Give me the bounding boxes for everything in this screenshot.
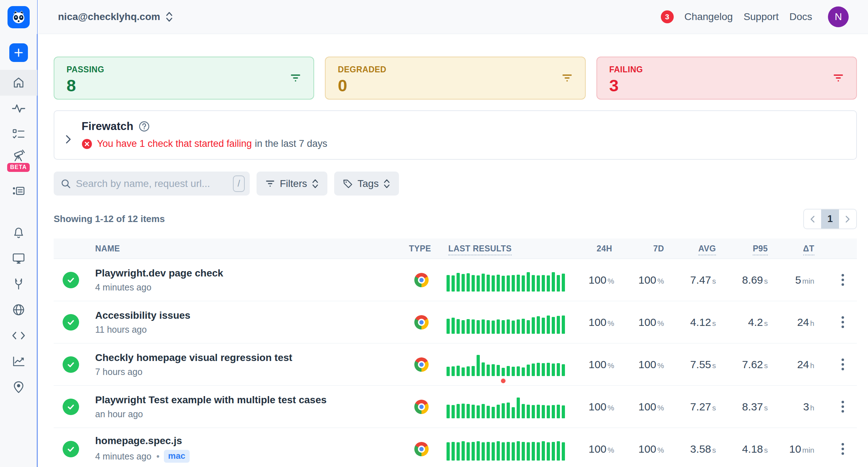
sidebar-item-status-pages[interactable]: [0, 245, 37, 271]
last-results-chart[interactable]: [447, 269, 572, 292]
sidebar: BETA: [0, 0, 38, 467]
failing-card[interactable]: FAILING 3: [596, 57, 857, 100]
filter-icon[interactable]: [561, 73, 573, 83]
sidebar-item-test-sessions[interactable]: [0, 121, 37, 147]
firewatch-alert-text[interactable]: You have 1 check that started failing: [97, 138, 252, 149]
sidebar-item-checks[interactable]: [0, 96, 37, 121]
search-input[interactable]: [76, 178, 228, 189]
sidebar-item-alerts[interactable]: [0, 220, 37, 245]
user-avatar[interactable]: N: [828, 6, 849, 27]
last-results-chart[interactable]: [447, 438, 572, 461]
column-delta-t[interactable]: ΔT: [769, 244, 816, 254]
sidebar-item-dashboards[interactable]: [0, 348, 37, 374]
sidebar-item-maintenance[interactable]: [0, 271, 37, 297]
check-interval: 10min: [769, 443, 816, 455]
sidebar-item-home[interactable]: [0, 70, 37, 96]
row-actions-menu[interactable]: [839, 313, 847, 331]
column-24h[interactable]: 24H: [589, 244, 614, 254]
changelog-count-badge[interactable]: 3: [661, 10, 674, 23]
p95-response: 8.69s: [717, 274, 769, 286]
check-name[interactable]: Accessibility issues: [95, 310, 397, 321]
check-last-run: 4 minutes ago: [95, 282, 151, 293]
column-name[interactable]: NAME: [92, 244, 397, 254]
last-results-chart[interactable]: [447, 311, 572, 334]
firewatch-alert-suffix: in the last 7 days: [255, 138, 327, 149]
p95-response: 4.18s: [717, 443, 769, 455]
error-circle-icon: [82, 139, 92, 149]
check-tag-badge[interactable]: mac: [164, 450, 190, 463]
check-name[interactable]: Playwright Test example with multiple te…: [95, 394, 397, 406]
passing-card[interactable]: PASSING 8: [54, 57, 314, 100]
sidebar-item-locations[interactable]: [0, 374, 37, 400]
help-icon[interactable]: [138, 121, 150, 132]
success-24h: 100%: [589, 443, 614, 455]
telescope-icon: [12, 149, 25, 162]
column-7d[interactable]: 7D: [614, 244, 665, 254]
topbar: nica@checklyhq.com 3 Changelog Support D…: [38, 0, 868, 34]
last-results-chart[interactable]: [447, 353, 572, 376]
checks-table: NAME TYPE LAST RESULTS 24H 7D AVG P95 ΔT…: [54, 239, 857, 467]
firewatch-expand-button[interactable]: [65, 129, 72, 149]
next-page-button[interactable]: [839, 210, 856, 228]
bell-icon: [13, 226, 25, 239]
row-actions-menu[interactable]: [839, 356, 847, 373]
check-interval: 24h: [769, 316, 816, 328]
results-count-text: Showing 1-12 of 12 items: [54, 213, 165, 225]
filter-icon[interactable]: [290, 73, 301, 83]
success-7d: 100%: [614, 401, 665, 413]
account-switcher[interactable]: nica@checklyhq.com: [58, 11, 173, 23]
sidebar-item-explore-beta[interactable]: BETA: [0, 147, 37, 178]
globe-icon: [12, 303, 25, 316]
create-new-button[interactable]: [9, 43, 28, 62]
changelog-link[interactable]: Changelog: [684, 11, 733, 23]
current-page[interactable]: 1: [821, 210, 839, 228]
column-type[interactable]: TYPE: [397, 244, 445, 254]
table-row[interactable]: Playwright Test example with multiple te…: [54, 386, 857, 428]
checklist-icon: [12, 128, 25, 140]
degraded-card[interactable]: DEGRADED 0: [325, 57, 585, 100]
check-name[interactable]: Checkly homepage visual regression test: [95, 352, 397, 364]
check-interval: 5min: [769, 274, 816, 286]
docs-link[interactable]: Docs: [789, 11, 812, 23]
column-avg[interactable]: AVG: [665, 244, 717, 254]
filter-icon[interactable]: [833, 73, 844, 83]
row-actions-menu[interactable]: [839, 271, 847, 289]
search-icon: [61, 179, 71, 189]
sidebar-item-runs[interactable]: [0, 178, 37, 204]
chrome-browser-icon: [414, 357, 429, 372]
tags-dropdown[interactable]: Tags: [334, 172, 399, 196]
column-last-results[interactable]: LAST RESULTS: [445, 244, 589, 254]
filters-dropdown[interactable]: Filters: [257, 172, 327, 196]
table-row[interactable]: Playwright.dev page check 4 minutes ago …: [54, 259, 857, 301]
last-results-chart[interactable]: [447, 395, 572, 418]
p95-response: 8.37s: [717, 401, 769, 413]
row-actions-menu[interactable]: [839, 398, 847, 415]
table-row[interactable]: Checkly homepage visual regression test …: [54, 343, 857, 386]
p95-response: 7.62s: [717, 358, 769, 371]
column-p95[interactable]: P95: [717, 244, 769, 254]
account-email: nica@checklyhq.com: [58, 11, 160, 23]
support-link[interactable]: Support: [743, 11, 779, 23]
success-24h: 100%: [589, 274, 614, 286]
tag-icon: [343, 179, 353, 189]
table-row[interactable]: homepage.spec.js 4 minutes ago mac 100% …: [54, 428, 857, 467]
success-7d: 100%: [614, 274, 665, 286]
table-row[interactable]: Accessibility issues 11 hours ago 100% 1…: [54, 301, 857, 343]
firewatch-title: Firewatch: [82, 120, 133, 133]
check-interval: 24h: [769, 358, 816, 371]
chevron-updown-icon: [383, 179, 390, 189]
passing-status-icon: [63, 356, 79, 373]
sidebar-item-private-locations[interactable]: [0, 297, 37, 323]
row-actions-menu[interactable]: [839, 440, 847, 458]
check-name[interactable]: homepage.spec.js: [95, 435, 397, 447]
passing-count: 8: [67, 76, 301, 95]
sidebar-item-snippets[interactable]: [0, 323, 37, 348]
checkly-logo[interactable]: [0, 0, 37, 34]
chrome-browser-icon: [414, 273, 429, 287]
avg-response: 4.12s: [665, 316, 717, 328]
success-7d: 100%: [614, 358, 665, 371]
monitor-icon: [12, 252, 25, 264]
check-name[interactable]: Playwright.dev page check: [95, 268, 397, 279]
prev-page-button[interactable]: [804, 210, 821, 228]
search-box[interactable]: /: [54, 172, 250, 196]
